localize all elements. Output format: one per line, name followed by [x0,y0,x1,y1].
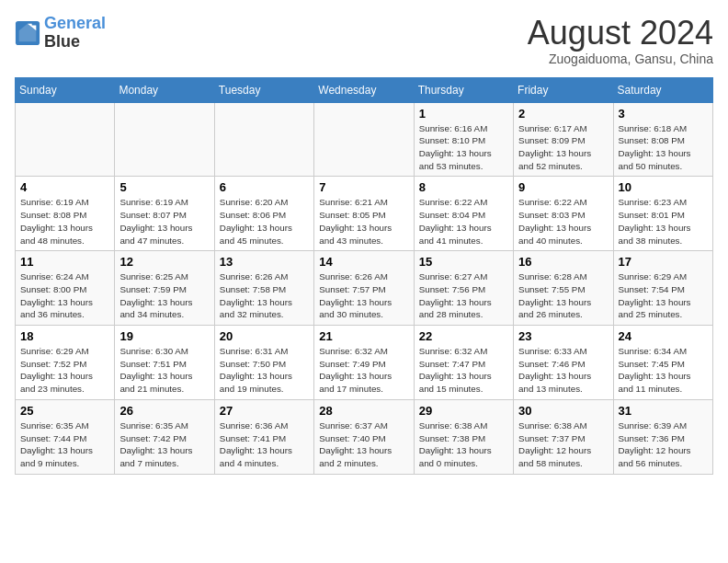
calendar-cell: 10Sunrise: 6:23 AMSunset: 8:01 PMDayligh… [613,177,712,251]
calendar-cell: 11Sunrise: 6:24 AMSunset: 8:00 PMDayligh… [16,251,115,326]
calendar-cell: 12Sunrise: 6:25 AMSunset: 7:59 PMDayligh… [115,251,214,326]
day-info: Sunrise: 6:18 AMSunset: 8:08 PMDaylight:… [619,122,708,173]
weekday-header: Monday [115,77,214,102]
day-number: 13 [220,255,309,269]
day-info: Sunrise: 6:19 AMSunset: 8:07 PMDaylight:… [119,196,209,247]
calendar-week: 25Sunrise: 6:35 AMSunset: 7:44 PMDayligh… [16,399,713,474]
day-info: Sunrise: 6:34 AMSunset: 7:45 PMDaylight:… [619,345,708,396]
day-info: Sunrise: 6:26 AMSunset: 7:58 PMDaylight:… [220,270,309,321]
calendar-cell: 15Sunrise: 6:27 AMSunset: 7:56 PMDayligh… [414,251,513,326]
day-info: Sunrise: 6:29 AMSunset: 7:52 PMDaylight:… [20,345,109,396]
calendar-cell: 4Sunrise: 6:19 AMSunset: 8:08 PMDaylight… [16,177,115,251]
weekday-header: Thursday [414,77,513,102]
day-info: Sunrise: 6:21 AMSunset: 8:05 PMDaylight:… [319,196,408,247]
day-number: 23 [518,329,608,343]
calendar-cell: 18Sunrise: 6:29 AMSunset: 7:52 PMDayligh… [16,326,115,400]
day-info: Sunrise: 6:32 AMSunset: 7:49 PMDaylight:… [319,345,408,396]
calendar-table: SundayMondayTuesdayWednesdayThursdayFrid… [15,77,713,475]
calendar-week: 11Sunrise: 6:24 AMSunset: 8:00 PMDayligh… [16,251,713,326]
day-info: Sunrise: 6:33 AMSunset: 7:46 PMDaylight:… [518,345,608,396]
day-info: Sunrise: 6:26 AMSunset: 7:57 PMDaylight:… [319,270,408,321]
day-number: 12 [119,255,209,269]
calendar-cell: 28Sunrise: 6:37 AMSunset: 7:40 PMDayligh… [314,399,414,474]
day-info: Sunrise: 6:31 AMSunset: 7:50 PMDaylight:… [220,345,309,396]
day-info: Sunrise: 6:24 AMSunset: 8:00 PMDaylight:… [20,270,109,321]
calendar-cell: 26Sunrise: 6:35 AMSunset: 7:42 PMDayligh… [115,399,214,474]
calendar-week: 1Sunrise: 6:16 AMSunset: 8:10 PMDaylight… [16,102,713,177]
weekday-header: Sunday [16,77,115,102]
calendar-cell: 3Sunrise: 6:18 AMSunset: 8:08 PMDaylight… [613,102,712,177]
day-number: 8 [419,180,508,194]
day-info: Sunrise: 6:36 AMSunset: 7:41 PMDaylight:… [220,419,309,470]
calendar-cell: 17Sunrise: 6:29 AMSunset: 7:54 PMDayligh… [613,251,712,326]
day-number: 3 [619,107,708,121]
weekday-header: Saturday [613,77,712,102]
day-number: 2 [518,107,608,121]
day-info: Sunrise: 6:19 AMSunset: 8:08 PMDaylight:… [20,196,109,247]
day-number: 6 [220,180,309,194]
day-info: Sunrise: 6:35 AMSunset: 7:44 PMDaylight:… [20,419,109,470]
logo-icon [15,20,40,46]
day-info: Sunrise: 6:38 AMSunset: 7:37 PMDaylight:… [518,419,608,470]
title-block: August 2024 Zuogaiduoma, Gansu, China [528,15,713,66]
calendar-cell: 16Sunrise: 6:28 AMSunset: 7:55 PMDayligh… [514,251,613,326]
day-number: 14 [319,255,408,269]
weekday-header: Friday [514,77,613,102]
day-number: 16 [518,255,608,269]
day-info: Sunrise: 6:38 AMSunset: 7:38 PMDaylight:… [419,419,508,470]
day-number: 22 [419,329,508,343]
day-info: Sunrise: 6:30 AMSunset: 7:51 PMDaylight:… [119,345,209,396]
day-number: 5 [119,180,209,194]
day-number: 19 [119,329,209,343]
weekday-row: SundayMondayTuesdayWednesdayThursdayFrid… [16,77,713,102]
calendar-week: 4Sunrise: 6:19 AMSunset: 8:08 PMDaylight… [16,177,713,251]
calendar-cell: 8Sunrise: 6:22 AMSunset: 8:04 PMDaylight… [414,177,513,251]
day-number: 4 [20,180,109,194]
day-info: Sunrise: 6:22 AMSunset: 8:04 PMDaylight:… [419,196,508,247]
day-info: Sunrise: 6:39 AMSunset: 7:36 PMDaylight:… [619,419,708,470]
calendar-cell: 29Sunrise: 6:38 AMSunset: 7:38 PMDayligh… [414,399,513,474]
day-number: 11 [20,255,109,269]
day-info: Sunrise: 6:32 AMSunset: 7:47 PMDaylight:… [419,345,508,396]
day-number: 26 [119,404,209,418]
day-info: Sunrise: 6:28 AMSunset: 7:55 PMDaylight:… [518,270,608,321]
day-number: 28 [319,404,408,418]
location: Zuogaiduoma, Gansu, China [528,52,713,66]
month-title: August 2024 [528,15,713,52]
calendar-cell: 24Sunrise: 6:34 AMSunset: 7:45 PMDayligh… [613,326,712,400]
calendar-cell [16,102,115,177]
day-number: 31 [619,404,708,418]
calendar-cell [214,102,313,177]
calendar-cell: 22Sunrise: 6:32 AMSunset: 7:47 PMDayligh… [414,326,513,400]
day-info: Sunrise: 6:16 AMSunset: 8:10 PMDaylight:… [419,122,508,173]
weekday-header: Wednesday [314,77,414,102]
calendar-cell: 2Sunrise: 6:17 AMSunset: 8:09 PMDaylight… [514,102,613,177]
calendar-cell: 23Sunrise: 6:33 AMSunset: 7:46 PMDayligh… [514,326,613,400]
page-header: General Blue August 2024 Zuogaiduoma, Ga… [15,15,713,66]
day-info: Sunrise: 6:17 AMSunset: 8:09 PMDaylight:… [518,122,608,173]
calendar-cell: 27Sunrise: 6:36 AMSunset: 7:41 PMDayligh… [214,399,313,474]
day-info: Sunrise: 6:29 AMSunset: 7:54 PMDaylight:… [619,270,708,321]
calendar-cell: 5Sunrise: 6:19 AMSunset: 8:07 PMDaylight… [115,177,214,251]
logo-text: General Blue [44,15,106,52]
calendar-cell: 21Sunrise: 6:32 AMSunset: 7:49 PMDayligh… [314,326,414,400]
day-number: 10 [619,180,708,194]
day-number: 17 [619,255,708,269]
day-info: Sunrise: 6:22 AMSunset: 8:03 PMDaylight:… [518,196,608,247]
calendar-cell [314,102,414,177]
day-number: 21 [319,329,408,343]
day-info: Sunrise: 6:23 AMSunset: 8:01 PMDaylight:… [619,196,708,247]
calendar-cell: 1Sunrise: 6:16 AMSunset: 8:10 PMDaylight… [414,102,513,177]
calendar-cell: 7Sunrise: 6:21 AMSunset: 8:05 PMDaylight… [314,177,414,251]
day-info: Sunrise: 6:25 AMSunset: 7:59 PMDaylight:… [119,270,209,321]
day-number: 18 [20,329,109,343]
calendar-header: SundayMondayTuesdayWednesdayThursdayFrid… [16,77,713,102]
day-info: Sunrise: 6:35 AMSunset: 7:42 PMDaylight:… [119,419,209,470]
day-number: 15 [419,255,508,269]
day-number: 27 [220,404,309,418]
calendar-cell: 25Sunrise: 6:35 AMSunset: 7:44 PMDayligh… [16,399,115,474]
day-number: 24 [619,329,708,343]
logo: General Blue [15,15,106,52]
calendar-week: 18Sunrise: 6:29 AMSunset: 7:52 PMDayligh… [16,326,713,400]
calendar-cell [115,102,214,177]
